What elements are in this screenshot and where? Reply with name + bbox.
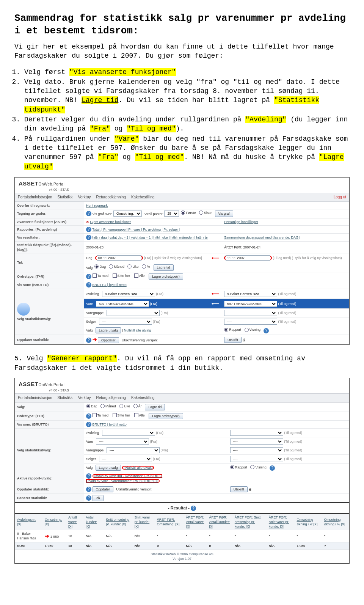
radio-ar[interactable]: År (133, 404, 142, 409)
menu-item[interactable]: Statistikk (58, 395, 73, 401)
radio-forste[interactable]: Første (181, 211, 196, 215)
radio-maned[interactable]: Måned (109, 264, 124, 269)
chk-tamed[interactable]: Ta med (93, 413, 109, 418)
aktiv-utvalg-1[interactable]: Utvalg av Avdeling - Avdelingsnr: Fra [9… (94, 474, 163, 478)
radio-dag[interactable]: Dag (94, 264, 106, 269)
selger-fra-select[interactable]: ---- (99, 319, 152, 325)
chk-tamed[interactable]: Ta med (93, 273, 109, 278)
radio-uke[interactable]: Uke (119, 404, 130, 409)
col-header[interactable]: ÅRET FØR: Snitt varer pr. kunde: [X] (269, 515, 289, 528)
help-icon[interactable]: ? (264, 328, 269, 333)
col-header[interactable]: Snitt omsetning pr. kunde: [X] (106, 518, 129, 526)
help-icon[interactable]: ? (86, 227, 91, 232)
col-header[interactable]: ÅRET FØR: Antall varer: [X] (186, 515, 204, 528)
brutto-link[interactable]: BRUTTO | bytt til netto (93, 423, 127, 426)
vare-fra-select[interactable]: ---- (96, 438, 149, 445)
rapport-links[interactable]: Totalt | Pr. varegruppe | Pr. vare | Pr.… (92, 228, 180, 231)
menu-item[interactable]: Kakebestilling (131, 395, 155, 401)
chk-sitteher[interactable]: Sitte her (113, 413, 130, 418)
radio-visning[interactable]: Visning (245, 327, 260, 332)
lagre-tid-button[interactable]: Lagre tid (154, 264, 174, 270)
help-icon[interactable]: ? (86, 338, 91, 343)
col-header[interactable]: ÅRET FØR: Omsetning: [X] (157, 518, 180, 526)
radio-rapport[interactable]: Rapport (224, 327, 241, 332)
chk-alle[interactable]: Alle (134, 413, 145, 418)
menu-item[interactable]: Statistikk (58, 195, 73, 200)
help-icon[interactable]: ? (86, 495, 91, 501)
personlige-innstillinger-link[interactable]: Personlige innstillinger (224, 220, 258, 224)
vare-til-select[interactable]: 597-FARSDAGSKAKE (224, 301, 277, 307)
lagre-ordretype-button[interactable]: Lagre ordretype(r) (149, 413, 183, 419)
lagre-utvalg-button[interactable]: Lagre utvalg (96, 465, 121, 471)
generer-button[interactable]: På (93, 495, 104, 501)
antall-select[interactable]: 25 (164, 211, 179, 217)
til-dato-input[interactable] (226, 255, 270, 261)
menu-item[interactable]: Verktøy (78, 195, 91, 200)
utskrift-button[interactable]: Utskrift (230, 486, 248, 492)
nullstill-link[interactable]: Nullstill alle utvalg (126, 466, 153, 470)
col-header[interactable]: Snitt varer pr. kunde: [X] (135, 515, 150, 528)
radio-uke[interactable]: Uke (127, 264, 138, 269)
selger-fra-select[interactable]: ---- (99, 456, 152, 462)
avdeling-til-select[interactable]: 9-Baker Hansen Røa (224, 291, 277, 297)
varegruppe-fra-select[interactable]: ---- (107, 447, 160, 453)
radio-rapport[interactable]: Rapport (230, 465, 247, 470)
varegruppe-til-select[interactable]: ---- (224, 310, 277, 316)
help-icon[interactable]: ? (86, 274, 91, 279)
menu-item[interactable]: Kakebestilling (131, 195, 155, 200)
col-header[interactable]: ÅRET FØR: Antall kunder: [X] (209, 515, 230, 528)
gjem-avanserte-link[interactable]: Gjem avanserte funksjoner (90, 220, 131, 224)
col-header[interactable]: Antall kunder: [X] (86, 515, 97, 528)
menu-item[interactable]: Portaladministrasjon (18, 395, 52, 401)
utskrift-button[interactable]: Utskrift (224, 337, 242, 343)
brutto-link[interactable]: BRUTTO | bytt til netto (93, 283, 127, 287)
radio-siste[interactable]: Siste (199, 211, 212, 215)
avdeling-til-select[interactable]: ---- (230, 430, 283, 436)
help-icon[interactable]: ? (86, 211, 91, 216)
chk-sitteher[interactable]: Sitte her (113, 273, 130, 278)
vare-til-select[interactable]: ---- (230, 438, 283, 445)
cmp-link[interactable]: Sammenligne dagsrapport med tilsvarende:… (224, 236, 300, 239)
col-header[interactable]: Omsetning: [X] (45, 518, 62, 526)
visres-links[interactable]: hittil i dag | valgt dag - 1 | valgt dag… (93, 236, 208, 239)
aktiv-utvalg-2[interactable]: Utvalg av Vare - Varenummer: Fra [597] t… (86, 479, 158, 483)
lagre-ordretype-button[interactable]: Lagre ordretype(r) (149, 273, 183, 280)
vare-fra-select[interactable]: 597-FARSDAGSKAKE (96, 301, 149, 307)
logout-link[interactable]: Logg ut (334, 195, 346, 200)
varegruppe-fra-select[interactable]: ---- (107, 310, 160, 316)
nullstill-link[interactable]: Nullstill alle utvalg (124, 328, 151, 332)
help-icon[interactable]: ? (86, 235, 91, 240)
help-icon[interactable]: ? (86, 282, 91, 288)
hent-regneark-link[interactable]: Hent regneark (86, 204, 108, 207)
menu-item[interactable]: Returgodkjenning (96, 195, 126, 200)
help-icon[interactable]: ? (270, 465, 275, 471)
col-header[interactable]: ÅRET FØR: Snitt omsetning pr. kunde: [X] (235, 515, 260, 528)
avdeling-fra-select[interactable]: 9-Baker Hansen Røa (102, 291, 155, 297)
radio-maned[interactable]: Måned (100, 404, 116, 409)
radio-ar[interactable]: År (142, 264, 150, 269)
vis-graf-button[interactable]: Vis graf (215, 211, 233, 217)
radio-dag[interactable]: Dag (86, 404, 97, 409)
col-header[interactable]: Omsetning økning i kr [X] (297, 518, 317, 526)
col-header[interactable]: Antall varer: [X] (68, 515, 77, 528)
menu-item[interactable]: Returgodkjenning (96, 395, 126, 401)
chk-alle[interactable]: Alle (134, 273, 145, 278)
menu-item[interactable]: Portaladministrasjon (18, 195, 52, 200)
help-icon[interactable]: ? (86, 413, 91, 419)
help-icon[interactable]: ? (86, 473, 91, 479)
selger-til-select[interactable]: ---- (230, 456, 283, 462)
selger-til-select[interactable]: ---- (224, 319, 277, 325)
lagre-utvalg-button[interactable]: Lagre utvalg (96, 327, 121, 333)
graf-select[interactable]: Omsetning: (113, 211, 142, 217)
lagre-tid-button[interactable]: Lagre tid (145, 404, 165, 410)
col-header[interactable]: Avdelingsnr: [X] (17, 518, 36, 526)
help-icon[interactable]: ? (86, 487, 91, 492)
oppdater-button[interactable]: Oppdater (93, 486, 114, 492)
col-header[interactable]: Omsetning økning i % [X] (324, 518, 345, 526)
varegruppe-til-select[interactable]: ---- (230, 447, 283, 453)
help-icon[interactable]: ? (86, 422, 91, 427)
menu-item[interactable]: Verktøy (78, 395, 91, 401)
avdeling-fra-select[interactable]: ---- (102, 430, 155, 436)
radio-visning[interactable]: Visning (250, 465, 266, 470)
oppdater-button[interactable]: Oppdater (98, 337, 119, 343)
